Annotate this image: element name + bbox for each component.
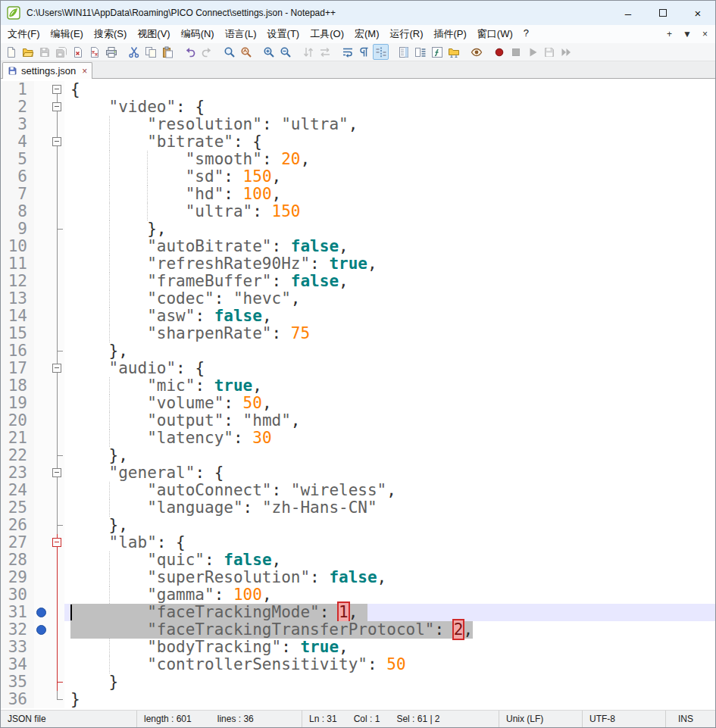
code-text[interactable]: "resolution": "ultra", <box>64 116 715 133</box>
close-all-button[interactable] <box>86 44 102 60</box>
show-all-characters-button[interactable] <box>356 44 372 60</box>
bookmark-margin[interactable] <box>34 586 49 604</box>
indent-guide-button[interactable] <box>373 44 389 60</box>
bookmark-margin[interactable] <box>34 133 49 151</box>
line-number[interactable]: 14 <box>1 308 34 325</box>
menu-item-window[interactable]: 窗口(W) <box>472 26 518 42</box>
bookmark-margin[interactable] <box>34 342 49 360</box>
line-number[interactable]: 24 <box>1 482 34 499</box>
bookmark-margin[interactable] <box>34 691 49 708</box>
line-number[interactable]: 21 <box>1 430 34 447</box>
line-number[interactable]: 15 <box>1 325 34 342</box>
bookmark-margin[interactable] <box>34 482 49 499</box>
code-text[interactable]: "frameBuffer": false, <box>64 273 715 290</box>
fold-margin[interactable] <box>49 534 64 551</box>
code-text[interactable]: "autoBitrate": false, <box>64 238 715 255</box>
panel-close-button[interactable]: × <box>702 29 708 39</box>
menu-item-tools[interactable]: 工具(O) <box>305 26 349 42</box>
fold-collapse-icon[interactable] <box>52 468 61 477</box>
bookmark-margin[interactable] <box>34 203 49 220</box>
bookmark-margin[interactable] <box>34 81 49 98</box>
sync-horizontal-button[interactable] <box>317 44 333 60</box>
bookmark-margin[interactable] <box>34 604 49 621</box>
folder-as-workspace-button[interactable] <box>446 44 461 60</box>
tab-new-button[interactable]: + <box>667 29 672 39</box>
code-text[interactable]: "faceTrackingTransferProtocol": 2, <box>64 621 715 639</box>
line-number[interactable]: 1 <box>1 81 34 98</box>
fold-margin[interactable] <box>49 116 64 133</box>
code-text[interactable]: "bitrate": { <box>64 133 715 151</box>
fold-margin[interactable] <box>49 98 64 116</box>
line-number[interactable]: 34 <box>1 656 34 673</box>
word-wrap-button[interactable] <box>339 44 355 60</box>
line-number[interactable]: 25 <box>1 499 34 517</box>
code-text[interactable]: }, <box>64 517 715 534</box>
line-number[interactable]: 7 <box>1 186 34 203</box>
fold-margin[interactable] <box>49 360 64 377</box>
document-map-button[interactable] <box>396 44 411 60</box>
playback-macro-button[interactable] <box>524 44 540 60</box>
code-text[interactable]: "controllerSensitivity": 50 <box>64 656 715 673</box>
close-file-button[interactable] <box>70 44 86 60</box>
fold-margin[interactable] <box>49 308 64 325</box>
fold-collapse-icon[interactable] <box>52 364 61 373</box>
line-number[interactable]: 8 <box>1 203 34 220</box>
sync-vertical-button[interactable] <box>300 44 316 60</box>
fold-margin[interactable] <box>49 517 64 534</box>
fold-margin[interactable] <box>49 499 64 517</box>
fold-margin[interactable] <box>49 133 64 151</box>
line-number[interactable]: 19 <box>1 395 34 412</box>
line-number[interactable]: 17 <box>1 360 34 377</box>
save-file-button[interactable] <box>36 44 52 60</box>
menu-item-plugins[interactable]: 插件(P) <box>429 26 472 42</box>
fold-margin[interactable] <box>49 220 64 238</box>
code-text[interactable]: }, <box>64 342 715 360</box>
code-text[interactable]: "sd": 150, <box>64 168 715 186</box>
monitoring-button[interactable] <box>468 44 484 60</box>
line-number[interactable]: 32 <box>1 621 34 639</box>
fold-margin[interactable] <box>49 621 64 639</box>
code-text[interactable]: }, <box>64 447 715 464</box>
fold-margin[interactable] <box>49 482 64 499</box>
code-text[interactable]: "gamma": 100, <box>64 586 715 604</box>
fold-margin[interactable] <box>49 691 64 708</box>
bookmark-margin[interactable] <box>34 464 49 482</box>
bookmark-margin[interactable] <box>34 656 49 673</box>
close-button[interactable]: × <box>680 1 715 25</box>
menu-item-run[interactable]: 运行(R) <box>384 26 428 42</box>
fold-margin[interactable] <box>49 604 64 621</box>
line-number[interactable]: 12 <box>1 273 34 290</box>
bookmark-margin[interactable] <box>34 430 49 447</box>
code-text[interactable]: "lab": { <box>64 534 715 551</box>
code-text[interactable]: "video": { <box>64 98 715 116</box>
code-text[interactable]: } <box>64 673 715 691</box>
line-number[interactable]: 22 <box>1 447 34 464</box>
line-number[interactable]: 5 <box>1 151 34 168</box>
menu-item-macro[interactable]: 宏(M) <box>349 26 385 42</box>
bookmark-margin[interactable] <box>34 499 49 517</box>
print-button[interactable] <box>103 44 119 60</box>
bookmark-margin[interactable] <box>34 273 49 290</box>
record-macro-button[interactable] <box>491 44 507 60</box>
fold-margin[interactable] <box>49 656 64 673</box>
fold-collapse-icon[interactable] <box>52 538 61 547</box>
zoom-in-button[interactable] <box>261 44 277 60</box>
fold-margin[interactable] <box>49 447 64 464</box>
open-file-button[interactable] <box>20 44 36 60</box>
zoom-out-button[interactable] <box>277 44 293 60</box>
menu-item-language[interactable]: 语言(L) <box>220 26 262 42</box>
line-number[interactable]: 18 <box>1 377 34 395</box>
menu-item-settings[interactable]: 设置(T) <box>262 26 305 42</box>
fold-margin[interactable] <box>49 639 64 656</box>
line-number[interactable]: 23 <box>1 464 34 482</box>
code-text[interactable]: "refreshRate90Hz": true, <box>64 255 715 273</box>
tab-settings-json[interactable]: settings.json × <box>2 62 92 79</box>
code-text[interactable]: "superResolution": false, <box>64 569 715 586</box>
bookmark-margin[interactable] <box>34 377 49 395</box>
line-number[interactable]: 6 <box>1 168 34 186</box>
code-text[interactable]: "hd": 100, <box>64 186 715 203</box>
tab-close-icon[interactable]: × <box>82 66 87 77</box>
line-number[interactable]: 16 <box>1 342 34 360</box>
fold-margin[interactable] <box>49 377 64 395</box>
fold-margin[interactable] <box>49 395 64 412</box>
